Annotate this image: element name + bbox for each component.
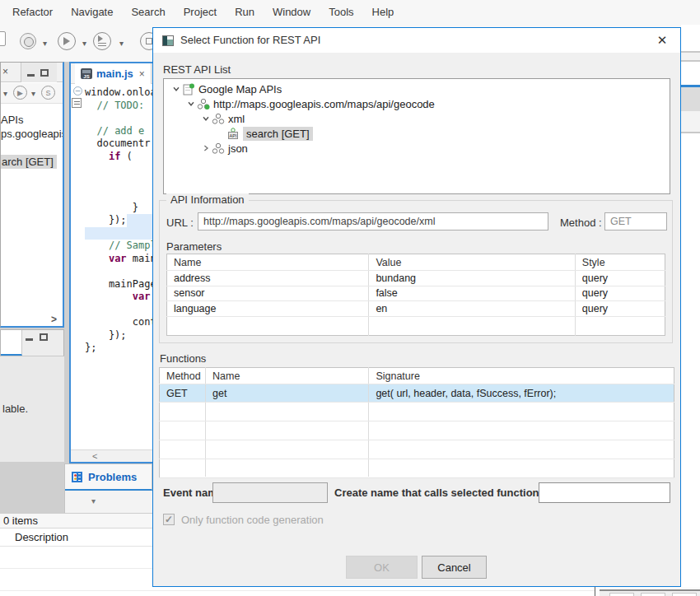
minimize-icon[interactable] <box>26 338 33 341</box>
menu-item-run[interactable]: Run <box>226 0 264 25</box>
event-name-input[interactable] <box>212 482 328 503</box>
maximize-icon[interactable] <box>40 333 48 341</box>
functions-label: Functions <box>160 352 206 365</box>
select-function-dialog: Select Function for REST API ✕ REST API … <box>152 27 681 587</box>
tree-item-label: search [GET] <box>243 127 313 141</box>
api-information-group: API Information URL : Method : Parameter… <box>159 200 673 343</box>
table-cell <box>369 421 674 440</box>
api-information-legend: API Information <box>166 193 249 206</box>
parameters-table[interactable]: NameValueStyleaddressbundangquerysensorf… <box>166 254 665 336</box>
table-row <box>160 421 674 440</box>
method-input[interactable] <box>604 212 667 230</box>
debug-dropdown-icon[interactable]: ▾ <box>43 39 47 48</box>
problems-tab-label: Problems <box>88 471 137 483</box>
lower-left-tab[interactable] <box>1 330 22 356</box>
tree-row[interactable]: APIs <box>1 113 63 127</box>
table-cell: get( url, header, data, fSuccess, fError… <box>369 384 674 403</box>
run-small-icon[interactable]: ▶ <box>13 86 27 100</box>
menu-item-window[interactable]: Window <box>264 0 320 25</box>
column-header[interactable]: Method <box>160 368 206 384</box>
chevron-down-icon[interactable] <box>170 85 182 93</box>
table-row <box>160 459 674 478</box>
url-input[interactable] <box>198 212 548 230</box>
run-dropdown-icon[interactable]: ▾ <box>82 39 86 48</box>
chevron-down-icon[interactable] <box>185 100 197 108</box>
column-header[interactable]: Style <box>575 254 665 271</box>
table-cell: false <box>369 286 575 301</box>
column-header[interactable]: Signature <box>369 368 674 384</box>
editor-tab-label: main.js <box>96 68 133 80</box>
rest-api-view-tabstrip: × <box>1 63 63 82</box>
task-marker-icon <box>72 98 82 108</box>
scroll-left-icon[interactable]: < <box>92 450 97 462</box>
menu-item-navigate[interactable]: Navigate <box>62 0 122 25</box>
debug-icon[interactable] <box>20 33 36 49</box>
cluster-icon <box>212 113 225 125</box>
view-menu-icon[interactable]: ▾ <box>91 496 96 505</box>
tree-row-google-map-apis[interactable]: Google Map APIs <box>164 81 670 96</box>
tree-row[interactable]: ps.googleapis. <box>1 127 63 141</box>
menu-item-tools[interactable]: Tools <box>320 0 362 25</box>
close-icon[interactable]: ✕ <box>652 31 672 49</box>
table-cell <box>206 440 369 459</box>
tab-problems[interactable]: Problems <box>65 464 152 491</box>
view-minmax-buttons <box>26 333 48 341</box>
tree-row[interactable]: arch [GET] <box>1 155 63 169</box>
fold-collapse-icon[interactable]: – <box>73 86 82 95</box>
column-header[interactable]: Name <box>206 368 369 384</box>
clipboard-icon[interactable] <box>0 31 6 46</box>
run-config-dropdown-icon[interactable]: ▾ <box>119 39 124 48</box>
maximize-icon[interactable] <box>40 69 49 77</box>
tree-row-search-get-[interactable]: APIsearch [GET] <box>164 126 670 141</box>
table-row[interactable]: GETgetget( url, header, data, fSuccess, … <box>160 384 674 403</box>
dialog-icon <box>162 35 174 46</box>
editor-gutter: – <box>71 84 85 449</box>
chevron-right-icon[interactable] <box>200 144 212 152</box>
svg-text:API: API <box>230 133 237 137</box>
menu-item-project[interactable]: Project <box>175 0 226 25</box>
column-header[interactable]: Value <box>369 254 575 271</box>
dialog-titlebar[interactable]: Select Function for REST API ✕ <box>153 28 680 53</box>
tree-row-http-maps-googleapis-com-maps-api-geocode[interactable]: http://maps.googleapis.com/maps/api/geoc… <box>164 96 670 111</box>
table-cell: sensor <box>167 286 369 301</box>
functions-table[interactable]: MethodNameSignatureGETgetget( url, heade… <box>159 367 674 478</box>
ok-button[interactable]: OK <box>346 556 418 579</box>
parameters-label: Parameters <box>166 240 222 253</box>
tab-close-icon[interactable]: × <box>139 68 145 80</box>
table-row[interactable]: addressbundangquery <box>167 271 665 286</box>
rest-api-tree-clipped[interactable]: APIsps.googleapis.arch [GET] <box>1 105 63 314</box>
table-row[interactable]: languageenquery <box>167 301 665 317</box>
rest-api-view-toolbar: ▾ ▶ ▾ S <box>1 83 63 104</box>
column-header[interactable]: Name <box>167 254 369 271</box>
only-function-checkbox[interactable]: ✓ <box>163 514 175 525</box>
table-cell <box>369 403 674 421</box>
minimize-icon[interactable] <box>27 74 35 77</box>
cancel-button[interactable]: Cancel <box>422 556 487 579</box>
dropdown-icon[interactable]: ▾ <box>31 89 35 98</box>
problems-icon <box>72 472 82 482</box>
rest-api-list-label: REST API List <box>163 63 231 76</box>
table-cell: address <box>167 271 369 286</box>
table-cell <box>369 459 674 478</box>
table-cell: bundang <box>369 271 575 286</box>
table-row[interactable]: sensorfalsequery <box>167 286 665 301</box>
run-icon[interactable] <box>58 32 76 50</box>
run-config-icon[interactable] <box>93 32 111 50</box>
chevron-down-icon[interactable] <box>200 114 212 123</box>
table-cell <box>160 421 206 440</box>
table-row <box>160 440 674 459</box>
tab-main-js[interactable]: main.js × <box>75 63 152 84</box>
scroll-right-icon[interactable]: > <box>51 314 57 325</box>
dropdown-icon[interactable]: ▾ <box>3 89 7 98</box>
tree-row-xml[interactable]: xml <box>164 111 670 126</box>
tree-row[interactable] <box>1 141 63 155</box>
tab-close-icon[interactable]: × <box>2 66 8 77</box>
menu-item-search[interactable]: Search <box>122 0 174 25</box>
lower-left-message: lable. <box>0 356 64 462</box>
create-name-input[interactable] <box>539 482 670 503</box>
menu-item-help[interactable]: Help <box>363 0 404 25</box>
tree-row-json[interactable]: json <box>164 141 670 156</box>
s-badge-icon[interactable]: S <box>41 86 55 100</box>
only-function-checkbox-label: Only function code generation <box>181 514 324 526</box>
menu-item-refactor[interactable]: Refactor <box>3 0 62 25</box>
